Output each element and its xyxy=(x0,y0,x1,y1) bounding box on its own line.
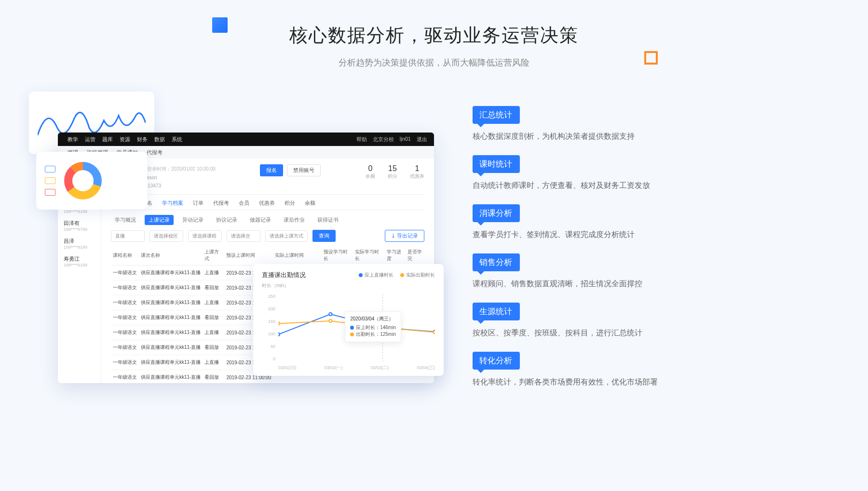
primary-tab[interactable]: 学习档案 xyxy=(162,199,183,207)
legend-item: 实际出勤时长 xyxy=(400,272,435,279)
tooltip-date: 2020/03/04（周三） xyxy=(350,316,396,322)
filter-type[interactable]: 直播 xyxy=(111,230,145,242)
column-header: 预设学习时长 xyxy=(322,246,353,265)
secondary-tab[interactable]: 获得证书 xyxy=(313,215,342,225)
y-tick: 200 xyxy=(262,306,275,311)
sidebar-item[interactable]: 寿勇江198****9189 xyxy=(58,252,101,270)
feature-tag: 汇总统计 xyxy=(473,106,520,124)
filter-class[interactable]: 请选择课程 xyxy=(188,230,222,242)
secondary-tab[interactable]: 学习概况 xyxy=(111,215,140,225)
svg-point-5 xyxy=(278,322,280,325)
feature-item: 转化分析转化率统计，判断各类市场费用有效性，优化市场部署 xyxy=(473,352,762,387)
column-header: 学习进度 xyxy=(385,246,406,265)
decor-square-blue xyxy=(212,17,228,33)
column-header: 是否学完 xyxy=(406,246,424,265)
campus-select[interactable]: 北京分校 xyxy=(373,136,394,143)
nav-item[interactable]: 系统 xyxy=(172,136,182,143)
feature-desc: 转化率统计，判断各类市场费用有效性，优化市场部署 xyxy=(473,377,762,387)
secondary-tab[interactable]: 做题记录 xyxy=(246,215,275,225)
nav-item[interactable]: 资源 xyxy=(120,136,130,143)
legend-swatch xyxy=(45,177,55,184)
chart-x-ticks: 03/01(日)03/02(一)03/03(二)03/04(三) xyxy=(278,365,435,371)
donut-chart-icon xyxy=(64,162,102,199)
primary-tab[interactable]: 余额 xyxy=(305,199,315,207)
column-header: 实际上课时间 xyxy=(273,246,322,265)
logout-link[interactable]: 退出 xyxy=(417,136,427,143)
chart-tooltip: 2020/03/04（周三） 应上时长：146min出勤时长：125min xyxy=(345,311,401,342)
user-menu[interactable]: ljn01 xyxy=(400,136,411,143)
y-tick: 100 xyxy=(262,332,275,336)
legend-swatch xyxy=(45,166,55,173)
tooltip-row: 出勤时长：125min xyxy=(350,331,396,338)
legend-swatch xyxy=(45,189,55,196)
filter-lesson[interactable]: 请选择次 xyxy=(227,230,260,242)
feature-desc: 课程顾问、销售数据直观清晰，招生情况全面撑控 xyxy=(473,279,762,289)
y-tick: 50 xyxy=(262,344,275,349)
legend-item: 应上直播时长 xyxy=(359,272,393,279)
secondary-tab[interactable]: 异动记录 xyxy=(178,215,207,225)
y-tick: 0 xyxy=(262,357,275,361)
kpi: 1优惠券 xyxy=(410,164,424,180)
help-link[interactable]: 帮助 xyxy=(356,136,367,143)
primary-tab[interactable]: 积分 xyxy=(285,199,295,207)
signup-button[interactable]: 报名 xyxy=(260,164,283,176)
x-tick: 03/03(二) xyxy=(371,365,389,371)
kpi: 0余额 xyxy=(366,164,375,180)
mini-legend xyxy=(45,166,55,196)
last-login: 最后登录时间：2020/01/02 10:00:00 xyxy=(137,166,216,172)
primary-tab[interactable]: 订单 xyxy=(193,199,203,207)
feature-item: 课时统计自动统计教师课时，方便查看、核对及财务工资发放 xyxy=(473,155,762,191)
feature-tag: 消课分析 xyxy=(473,204,520,222)
nav-item[interactable]: 运营 xyxy=(85,136,95,143)
feature-desc: 核心数据深度剖析，为机构决策者提供数据支持 xyxy=(473,132,762,142)
secondary-tabs: 学习概况上课记录异动记录协议记录做题记录课后作业获得证书 xyxy=(111,210,424,230)
y-tick: 250 xyxy=(262,294,275,299)
column-header: 上课方式 xyxy=(203,246,224,265)
tooltip-row: 应上时长：146min xyxy=(350,324,396,331)
feature-tag: 生源统计 xyxy=(473,303,520,320)
feature-desc: 按校区、按季度、按班级、按科目，进行汇总统计 xyxy=(473,328,762,338)
feature-item: 消课分析查看学员打卡、签到情况、课程完成度分析统计 xyxy=(473,204,762,240)
column-header: 预设上课时间 xyxy=(224,246,273,265)
chart-legend: 应上直播时长实际出勤时长 xyxy=(359,272,435,279)
table-header-row: 课程名称课次名称上课方式预设上课时间实际上课时间预设学习时长实际学习时长学习进度… xyxy=(111,246,424,265)
nav-item[interactable]: 财务 xyxy=(137,136,148,143)
nav-item[interactable]: 题库 xyxy=(102,136,113,143)
sidebar-item[interactable]: 田泽有199****9789 xyxy=(58,217,101,235)
hero-subtitle: 分析趋势为决策提供依据，从而大幅降低运营风险 xyxy=(193,57,675,68)
sidebar-item[interactable]: 昌泽199****9189 xyxy=(58,235,101,252)
feature-item: 销售分析课程顾问、销售数据直观清晰，招生情况全面撑控 xyxy=(473,253,762,289)
column-header: 课次名称 xyxy=(139,246,203,265)
svg-point-1 xyxy=(278,333,280,336)
x-tick: 03/01(日) xyxy=(278,365,297,371)
chart-title: 直播课出勤情况 xyxy=(262,271,306,279)
filter-row: 直播 请选择校区 请选择课程 请选择次 请选择上课方式 查询 ⤓ 导出记录 xyxy=(111,230,424,246)
x-tick: 03/02(一) xyxy=(325,365,343,371)
svg-point-2 xyxy=(329,313,332,316)
hero-heading: 核心数据分析，驱动业务运营决策 xyxy=(193,23,675,48)
attendance-chart-card: 直播课出勤情况 应上直播时长实际出勤时长 时长（min） 25020015010… xyxy=(253,264,444,376)
primary-tab[interactable]: 会员 xyxy=(239,199,249,207)
export-button[interactable]: ⤓ 导出记录 xyxy=(385,230,424,242)
nav-item[interactable]: 数据 xyxy=(154,136,165,143)
x-tick: 03/04(三) xyxy=(417,365,435,371)
secondary-tab[interactable]: 协议记录 xyxy=(212,215,241,225)
search-button[interactable]: 查询 xyxy=(312,230,336,242)
feature-tag: 课时统计 xyxy=(473,155,520,173)
chart-ylabel: 时长（min） xyxy=(262,282,435,289)
hero-title-text: 核心数据分析，驱动业务运营决策 xyxy=(193,23,675,48)
filter-mode[interactable]: 请选择上课方式 xyxy=(265,230,308,242)
student-header: 仝卿致 最后登录时间：2020/01/02 10:00:00 用户户： Ian.… xyxy=(111,164,424,195)
column-header: 课程名称 xyxy=(111,246,139,265)
mini-pie-chart-card xyxy=(36,152,147,210)
feature-tag: 销售分析 xyxy=(473,253,520,271)
primary-tab[interactable]: 优惠券 xyxy=(259,199,275,207)
subnav-item[interactable]: 代报考 xyxy=(147,149,163,156)
secondary-tab[interactable]: 上课记录 xyxy=(145,215,174,225)
disable-account-button[interactable]: 禁用账号 xyxy=(287,164,321,176)
nav-item[interactable]: 教学 xyxy=(68,136,78,143)
feature-list: 汇总统计核心数据深度剖析，为机构决策者提供数据支持课时统计自动统计教师课时，方便… xyxy=(473,106,762,387)
filter-campus[interactable]: 请选择校区 xyxy=(149,230,183,242)
primary-tab[interactable]: 代报考 xyxy=(213,199,229,207)
secondary-tab[interactable]: 课后作业 xyxy=(280,215,309,225)
